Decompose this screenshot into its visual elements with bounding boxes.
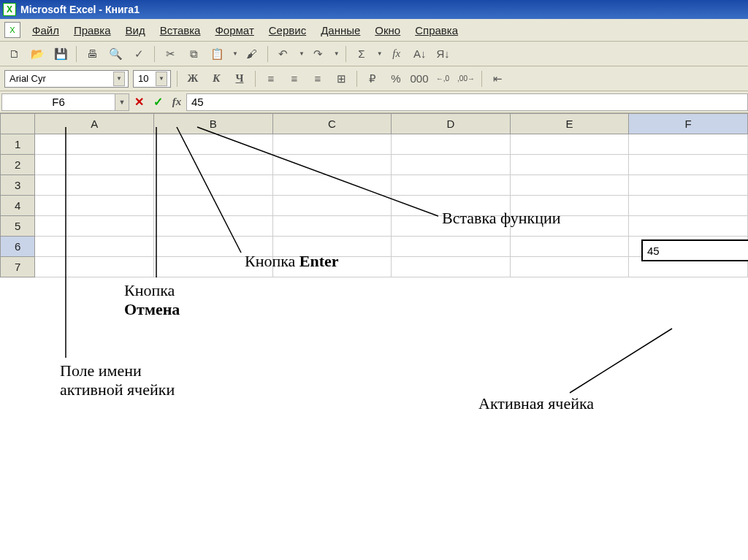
column-header-A[interactable]: A [35, 114, 154, 134]
enter-button[interactable]: ✓ [148, 93, 167, 111]
menu-edit[interactable]: Правка [71, 23, 114, 38]
align-left-icon[interactable]: ≡ [262, 70, 280, 88]
save-file-icon[interactable]: 💾 [51, 45, 70, 63]
menu-tools[interactable]: Сервис [266, 23, 309, 38]
column-header-F[interactable]: F [629, 114, 748, 134]
align-center-icon[interactable]: ≡ [285, 70, 304, 88]
font-name-combo[interactable]: Arial Cyr ▼ [4, 70, 129, 88]
cell-F5[interactable] [629, 216, 748, 237]
cell-E6[interactable] [510, 237, 629, 257]
copy-icon[interactable]: ⧉ [184, 45, 203, 63]
undo-icon[interactable]: ↶ [274, 45, 293, 63]
thousands-icon[interactable]: 000 [410, 70, 429, 88]
underline-button[interactable]: Ч [230, 70, 249, 88]
cell-C4[interactable] [272, 196, 392, 216]
row-header-5[interactable]: 5 [1, 216, 35, 237]
format-painter-icon[interactable]: 🖌 [243, 45, 262, 63]
align-right-icon[interactable]: ≡ [308, 70, 327, 88]
row-header-6[interactable]: 6 [1, 237, 35, 257]
spellcheck-icon[interactable]: ✓ [129, 45, 148, 63]
cell-D6[interactable] [392, 237, 511, 257]
cell-D1[interactable] [392, 134, 511, 155]
excel-doc-icon[interactable]: X [4, 22, 20, 38]
cell-E1[interactable] [510, 134, 629, 155]
paste-icon[interactable]: 📋 [207, 45, 226, 63]
open-file-icon[interactable]: 📂 [28, 45, 47, 63]
cell-A4[interactable] [35, 196, 154, 216]
font-size-combo[interactable]: 10 ▼ [133, 70, 171, 88]
font-name-dropdown-icon[interactable]: ▼ [113, 72, 125, 86]
insert-function-toolbar-icon[interactable]: fx [387, 45, 406, 63]
currency-icon[interactable]: ₽ [363, 70, 382, 88]
cell-B3[interactable] [153, 175, 272, 196]
percent-icon[interactable]: % [386, 70, 405, 88]
redo-icon[interactable]: ↷ [309, 45, 328, 63]
sort-desc-icon[interactable]: Я↓ [434, 45, 453, 63]
autosum-icon[interactable]: Σ [352, 45, 371, 63]
cell-E2[interactable] [510, 155, 629, 175]
cell-A5[interactable] [35, 216, 154, 237]
row-header-7[interactable]: 7 [1, 257, 35, 277]
increase-decimal-icon[interactable]: ←,0 [433, 70, 452, 88]
menu-window[interactable]: Окно [372, 23, 403, 38]
print-preview-icon[interactable]: 🔍 [106, 45, 125, 63]
row-header-3[interactable]: 3 [1, 175, 35, 196]
cell-D7[interactable] [392, 257, 511, 277]
indent-icon[interactable]: ⇤ [488, 70, 507, 88]
menu-format[interactable]: Формат [212, 23, 256, 38]
print-icon[interactable]: 🖶 [83, 45, 102, 63]
new-file-icon[interactable]: 🗋 [4, 45, 23, 63]
cell-F2[interactable] [629, 155, 748, 175]
cell-D3[interactable] [392, 175, 511, 196]
sort-asc-icon[interactable]: A↓ [411, 45, 430, 63]
row-header-1[interactable]: 1 [1, 134, 35, 155]
cell-A3[interactable] [35, 175, 154, 196]
cut-icon[interactable]: ✂ [161, 45, 180, 63]
font-size-dropdown-icon[interactable]: ▼ [156, 72, 167, 86]
decrease-decimal-icon[interactable]: ,00→ [457, 70, 476, 88]
cell-C2[interactable] [272, 155, 392, 175]
cell-C5[interactable] [272, 216, 392, 237]
cell-E7[interactable] [510, 257, 629, 277]
menu-data[interactable]: Данные [318, 23, 363, 38]
paste-dropdown-icon[interactable]: ▼ [232, 50, 238, 57]
cancel-button[interactable]: ✕ [129, 93, 148, 111]
row-header-2[interactable]: 2 [1, 155, 35, 175]
cell-B5[interactable] [153, 216, 272, 237]
cell-D2[interactable] [392, 155, 511, 175]
cell-F4[interactable] [629, 196, 748, 216]
cell-B2[interactable] [153, 155, 272, 175]
menu-file[interactable]: Файл [29, 23, 62, 38]
insert-function-button[interactable]: fx [167, 93, 186, 111]
row-header-4[interactable]: 4 [1, 196, 35, 216]
name-box[interactable]: F6 [1, 93, 115, 111]
cell-F1[interactable] [629, 134, 748, 155]
cell-A1[interactable] [35, 134, 154, 155]
column-header-B[interactable]: B [153, 114, 272, 134]
menu-view[interactable]: Вид [123, 23, 148, 38]
column-header-C[interactable]: C [272, 114, 392, 134]
name-box-dropdown-icon[interactable]: ▼ [115, 93, 129, 111]
menu-help[interactable]: Справка [412, 23, 461, 38]
cell-C1[interactable] [272, 134, 392, 155]
italic-button[interactable]: К [207, 70, 226, 88]
cell-A2[interactable] [35, 155, 154, 175]
menu-insert[interactable]: Вставка [157, 23, 204, 38]
cell-B4[interactable] [153, 196, 272, 216]
bold-button[interactable]: Ж [183, 70, 202, 88]
merge-center-icon[interactable]: ⊞ [332, 70, 351, 88]
select-all-corner[interactable] [1, 114, 35, 134]
cell-B1[interactable] [153, 134, 272, 155]
autosum-dropdown-icon[interactable]: ▼ [377, 50, 383, 57]
undo-dropdown-icon[interactable]: ▼ [299, 50, 305, 57]
redo-dropdown-icon[interactable]: ▼ [334, 50, 340, 57]
cell-A7[interactable] [35, 257, 154, 277]
formula-input[interactable]: 45 [186, 93, 748, 111]
spreadsheet-grid[interactable]: ABCDEF 1234567 45 [0, 113, 748, 277]
cell-A6[interactable] [35, 237, 154, 257]
cell-F3[interactable] [629, 175, 748, 196]
cell-C3[interactable] [272, 175, 392, 196]
active-cell[interactable]: 45 [641, 239, 748, 261]
column-header-E[interactable]: E [510, 114, 629, 134]
cell-E3[interactable] [510, 175, 629, 196]
